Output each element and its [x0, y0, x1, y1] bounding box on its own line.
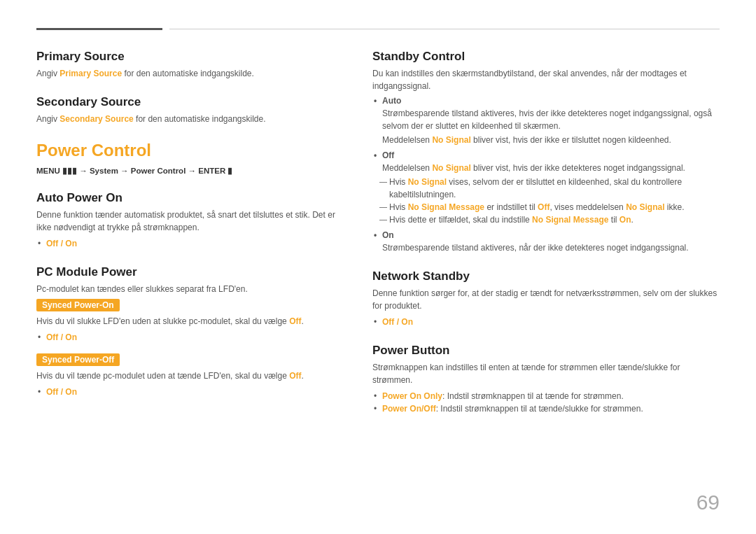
power-control-heading: Power Control — [36, 141, 337, 160]
top-rule-dark — [36, 28, 162, 30]
synced-power-on-badge: Synced Power-On — [36, 299, 120, 311]
network-standby-heading: Network Standby — [372, 269, 720, 283]
synced-power-off-section: Synced Power-Off Hvis du vil tænde pc-mo… — [36, 353, 337, 398]
standby-auto-title: Auto — [372, 96, 720, 106]
primary-source-heading: Primary Source — [36, 50, 337, 64]
standby-off-dash-3: Hvis dette er tilfældet, skal du indstil… — [379, 213, 720, 226]
synced-power-off-bullet-value: Off / On — [46, 387, 77, 397]
no-signal-h4: No Signal — [626, 202, 664, 212]
page-number: 69 — [696, 491, 720, 514]
secondary-source-highlight: Secondary Source — [59, 114, 133, 124]
power-button-bullet-1: Power On Only: Indstil strømknappen til … — [372, 390, 720, 402]
power-on-off-label: Power On/Off — [382, 404, 436, 414]
menu-path: MENU ▮▮▮ → System → Power Control → ENTE… — [36, 166, 337, 176]
auto-power-on-bullet-value: Off / On — [46, 239, 77, 248]
section-pc-module-power: PC Module Power Pc-modulet kan tændes el… — [36, 265, 337, 398]
synced-power-on-body: Hvis du vil slukke LFD'en uden at slukke… — [36, 315, 337, 328]
network-standby-body: Denne funktion sørger for, at der stadig… — [372, 287, 720, 312]
power-button-heading: Power Button — [372, 344, 720, 358]
network-standby-bullets: Off / On — [372, 316, 720, 328]
section-power-button: Power Button Strømknappen kan indstilles… — [372, 344, 720, 415]
auto-power-on-bullet: Off / On — [36, 237, 337, 250]
power-button-bullets: Power On Only: Indstil strømknappen til … — [372, 390, 720, 415]
standby-off-dash-2: Hvis No Signal Message er indstillet til… — [379, 201, 720, 213]
synced-power-off-bullets: Off / On — [36, 386, 337, 398]
power-on-only-label: Power On Only — [382, 391, 442, 401]
no-signal-highlight-2: No Signal — [432, 163, 470, 173]
synced-power-off-off-highlight: Off — [289, 371, 301, 381]
two-col-layout: Primary Source Angiv Primary Source for … — [36, 50, 720, 430]
auto-power-on-body: Denne funktion tænder automatisk produkt… — [36, 209, 337, 234]
standby-auto-bullet: Auto Strømbesparende tilstand aktiveres,… — [372, 96, 720, 146]
synced-power-off-bullet: Off / On — [36, 386, 337, 398]
standby-control-heading: Standby Control — [372, 50, 720, 64]
synced-power-on-bullets: Off / On — [36, 331, 337, 344]
no-signal-highlight-1: No Signal — [432, 135, 470, 145]
section-auto-power-on: Auto Power On Denne funktion tænder auto… — [36, 191, 337, 250]
standby-control-intro: Du kan indstilles den skærmstandbytilsta… — [372, 67, 720, 92]
synced-power-on-off-highlight: Off — [289, 316, 301, 326]
standby-off-dashes: Hvis No Signal vises, selvom der er tils… — [379, 176, 720, 226]
auto-power-on-heading: Auto Power On — [36, 191, 337, 205]
primary-source-body: Angiv Primary Source for den automatiske… — [36, 67, 337, 80]
right-column: Standby Control Du kan indstilles den sk… — [372, 50, 720, 430]
standby-off-sub: Meddelelsen No Signal bliver vist, hvis … — [372, 162, 720, 174]
synced-power-on-bullet-value: Off / On — [46, 332, 77, 342]
standby-on-bullet: On Strømbesparende tilstand aktiveres, n… — [372, 230, 720, 254]
section-power-control: Power Control MENU ▮▮▮ → System → Power … — [36, 141, 337, 176]
power-button-bullet-2: Power On/Off: Indstil strømknappen til a… — [372, 402, 720, 415]
standby-on-title: On — [372, 230, 720, 240]
secondary-source-heading: Secondary Source — [36, 95, 337, 109]
standby-on-sub: Strømbesparende tilstand aktiveres, når … — [372, 241, 720, 254]
section-secondary-source: Secondary Source Angiv Secondary Source … — [36, 95, 337, 125]
no-signal-msg-h1: No Signal Message — [408, 202, 484, 212]
network-standby-bullet-value: Off / On — [382, 317, 413, 327]
power-button-intro: Strømknappen kan indstilles til enten at… — [372, 361, 720, 386]
synced-power-off-body: Hvis du vil tænde pc-modulet uden at tæn… — [36, 370, 337, 382]
section-network-standby: Network Standby Denne funktion sørger fo… — [372, 269, 720, 328]
secondary-source-body: Angiv Secondary Source for den automatis… — [36, 113, 337, 125]
top-rule-light — [169, 29, 720, 29]
no-signal-h3: No Signal — [408, 177, 447, 187]
top-rule — [36, 28, 720, 30]
standby-off-dash-1: Hvis No Signal vises, selvom der er tils… — [379, 176, 720, 201]
synced-power-on-bullet: Off / On — [36, 331, 337, 344]
standby-off-bullet: Off Meddelelsen No Signal bliver vist, h… — [372, 150, 720, 226]
section-standby-control: Standby Control Du kan indstilles den sk… — [372, 50, 720, 254]
synced-power-on-section: Synced Power-On Hvis du vil slukke LFD'e… — [36, 299, 337, 344]
page: Primary Source Angiv Primary Source for … — [0, 0, 756, 534]
left-column: Primary Source Angiv Primary Source for … — [36, 50, 337, 430]
section-primary-source: Primary Source Angiv Primary Source for … — [36, 50, 337, 80]
primary-source-highlight: Primary Source — [59, 69, 122, 78]
standby-off-title: Off — [372, 150, 720, 160]
off-h1: Off — [538, 202, 550, 212]
synced-power-off-badge: Synced Power-Off — [36, 353, 120, 366]
no-signal-msg-h2: No Signal Message — [532, 215, 608, 225]
pc-module-power-body: Pc-modulet kan tændes eller slukkes sepa… — [36, 283, 337, 295]
auto-power-on-bullets: Off / On — [36, 237, 337, 250]
standby-auto-sub: Strømbesparende tilstand aktiveres, hvis… — [372, 107, 720, 132]
pc-module-power-heading: PC Module Power — [36, 265, 337, 279]
standby-auto-sub2: Meddelelsen No Signal bliver vist, hvis … — [372, 134, 720, 146]
network-standby-bullet: Off / On — [372, 316, 720, 328]
on-h1: On — [620, 215, 631, 225]
